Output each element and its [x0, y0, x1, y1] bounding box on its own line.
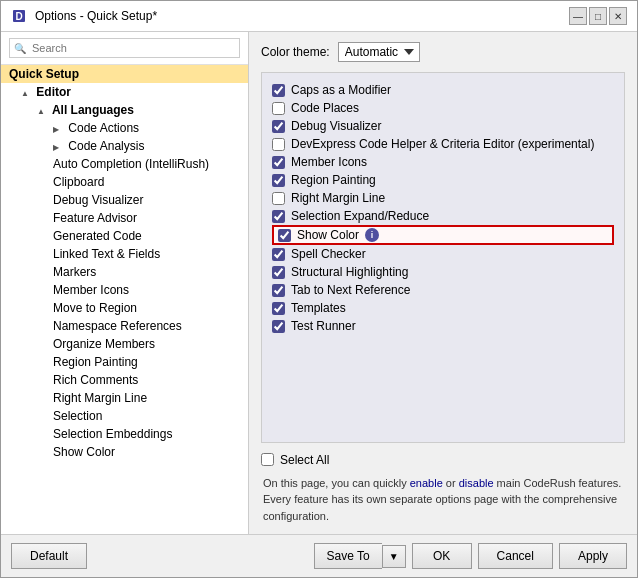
sidebar-item-namespace-references[interactable]: Namespace References	[1, 317, 248, 335]
sidebar-item-markers[interactable]: Markers	[1, 263, 248, 281]
footer-right: Save To ▼ OK Cancel Apply	[314, 543, 627, 569]
option-label-templates: Templates	[291, 301, 346, 315]
sidebar-item-label: Right Margin Line	[53, 391, 147, 405]
sidebar-item-all-languages[interactable]: ▲ All Languages	[1, 101, 248, 119]
save-to-button[interactable]: Save To	[314, 543, 382, 569]
close-button[interactable]: ✕	[609, 7, 627, 25]
dialog-title: Options - Quick Setup*	[35, 9, 157, 23]
sidebar-item-label: Region Painting	[53, 355, 138, 369]
sidebar-item-label: Feature Advisor	[53, 211, 137, 225]
option-row-devexpress: DevExpress Code Helper & Criteria Editor…	[272, 135, 614, 153]
footer-left: Default	[11, 543, 87, 569]
option-checkbox-tab-next-reference[interactable]	[272, 284, 285, 297]
sidebar-item-move-to-region[interactable]: Move to Region	[1, 299, 248, 317]
description-highlight-enable: enable	[410, 477, 443, 489]
sidebar-item-label: Debug Visualizer	[53, 193, 144, 207]
option-checkbox-caps-modifier[interactable]	[272, 84, 285, 97]
sidebar-item-label: All Languages	[52, 103, 134, 117]
sidebar-item-label: Quick Setup	[9, 67, 79, 81]
option-label-member-icons: Member Icons	[291, 155, 367, 169]
sidebar-item-rich-comments[interactable]: Rich Comments	[1, 371, 248, 389]
option-checkbox-member-icons[interactable]	[272, 156, 285, 169]
option-checkbox-structural-highlighting[interactable]	[272, 266, 285, 279]
sidebar-item-label: Linked Text & Fields	[53, 247, 160, 261]
maximize-button[interactable]: □	[589, 7, 607, 25]
sidebar-item-feature-advisor[interactable]: Feature Advisor	[1, 209, 248, 227]
option-row-caps-modifier: Caps as a Modifier	[272, 81, 614, 99]
option-checkbox-code-places[interactable]	[272, 102, 285, 115]
option-row-region-painting: Region Painting	[272, 171, 614, 189]
sidebar-item-label: Clipboard	[53, 175, 104, 189]
option-checkbox-devexpress[interactable]	[272, 138, 285, 151]
sidebar-item-region-painting[interactable]: Region Painting	[1, 353, 248, 371]
save-to-group: Save To ▼	[314, 543, 406, 569]
sidebar-item-linked-text[interactable]: Linked Text & Fields	[1, 245, 248, 263]
sidebar-item-show-color[interactable]: Show Color	[1, 443, 248, 461]
option-label-tab-next-reference: Tab to Next Reference	[291, 283, 410, 297]
sidebar-item-label: Generated Code	[53, 229, 142, 243]
option-label-region-painting: Region Painting	[291, 173, 376, 187]
content-area: Quick Setup ▲ Editor ▲ All Languages ▶ C…	[1, 32, 637, 534]
cancel-button[interactable]: Cancel	[478, 543, 553, 569]
save-to-dropdown-button[interactable]: ▼	[382, 545, 406, 568]
sidebar-item-auto-completion[interactable]: Auto Completion (IntelliRush)	[1, 155, 248, 173]
select-all-checkbox[interactable]	[261, 453, 274, 466]
color-theme-label: Color theme:	[261, 45, 330, 59]
expand-icon: ▲	[37, 107, 49, 116]
option-row-templates: Templates	[272, 299, 614, 317]
option-checkbox-selection-expand[interactable]	[272, 210, 285, 223]
sidebar-item-label: Member Icons	[53, 283, 129, 297]
option-checkbox-debug-visualizer[interactable]	[272, 120, 285, 133]
sidebar-item-label: Code Analysis	[68, 139, 144, 153]
sidebar-item-label: Move to Region	[53, 301, 137, 315]
option-checkbox-test-runner[interactable]	[272, 320, 285, 333]
expand-icon: ▲	[21, 89, 33, 98]
option-row-spell-checker: Spell Checker	[272, 245, 614, 263]
sidebar-item-member-icons[interactable]: Member Icons	[1, 281, 248, 299]
sidebar: Quick Setup ▲ Editor ▲ All Languages ▶ C…	[1, 32, 249, 534]
sidebar-item-label: Code Actions	[68, 121, 139, 135]
select-all-label: Select All	[280, 453, 329, 467]
option-row-structural-highlighting: Structural Highlighting	[272, 263, 614, 281]
option-checkbox-show-color[interactable]	[278, 229, 291, 242]
sidebar-item-clipboard[interactable]: Clipboard	[1, 173, 248, 191]
option-checkbox-right-margin-line[interactable]	[272, 192, 285, 205]
sidebar-item-debug-visualizer[interactable]: Debug Visualizer	[1, 191, 248, 209]
search-input[interactable]	[9, 38, 240, 58]
option-label-show-color: Show Color	[297, 228, 359, 242]
sidebar-item-label: Selection	[53, 409, 102, 423]
option-row-member-icons: Member Icons	[272, 153, 614, 171]
titlebar-left: D Options - Quick Setup*	[11, 8, 157, 24]
description-text: On this page, you can quickly enable or …	[261, 475, 625, 525]
sidebar-item-generated-code[interactable]: Generated Code	[1, 227, 248, 245]
option-label-spell-checker: Spell Checker	[291, 247, 366, 261]
sidebar-item-label: Auto Completion (IntelliRush)	[53, 157, 209, 171]
option-row-code-places: Code Places	[272, 99, 614, 117]
sidebar-item-selection[interactable]: Selection	[1, 407, 248, 425]
color-theme-select[interactable]: Automatic Light Dark	[338, 42, 420, 62]
apply-button[interactable]: Apply	[559, 543, 627, 569]
option-row-right-margin-line: Right Margin Line	[272, 189, 614, 207]
option-row-tab-next-reference: Tab to Next Reference	[272, 281, 614, 299]
sidebar-item-quick-setup[interactable]: Quick Setup	[1, 65, 248, 83]
sidebar-item-selection-embeddings[interactable]: Selection Embeddings	[1, 425, 248, 443]
titlebar-controls: — □ ✕	[569, 7, 627, 25]
sidebar-item-code-actions[interactable]: ▶ Code Actions	[1, 119, 248, 137]
minimize-button[interactable]: —	[569, 7, 587, 25]
option-checkbox-region-painting[interactable]	[272, 174, 285, 187]
option-label-debug-visualizer: Debug Visualizer	[291, 119, 382, 133]
option-checkbox-templates[interactable]	[272, 302, 285, 315]
sidebar-item-editor[interactable]: ▲ Editor	[1, 83, 248, 101]
ok-button[interactable]: OK	[412, 543, 472, 569]
default-button[interactable]: Default	[11, 543, 87, 569]
main-panel: Color theme: Automatic Light Dark Caps a…	[249, 32, 637, 534]
option-label-right-margin-line: Right Margin Line	[291, 191, 385, 205]
option-row-selection-expand: Selection Expand/Reduce	[272, 207, 614, 225]
sidebar-item-organize-members[interactable]: Organize Members	[1, 335, 248, 353]
info-icon[interactable]: i	[365, 228, 379, 242]
select-all-row: Select All	[261, 453, 625, 467]
option-checkbox-spell-checker[interactable]	[272, 248, 285, 261]
sidebar-item-label: Namespace References	[53, 319, 182, 333]
sidebar-item-code-analysis[interactable]: ▶ Code Analysis	[1, 137, 248, 155]
sidebar-item-right-margin-line[interactable]: Right Margin Line	[1, 389, 248, 407]
